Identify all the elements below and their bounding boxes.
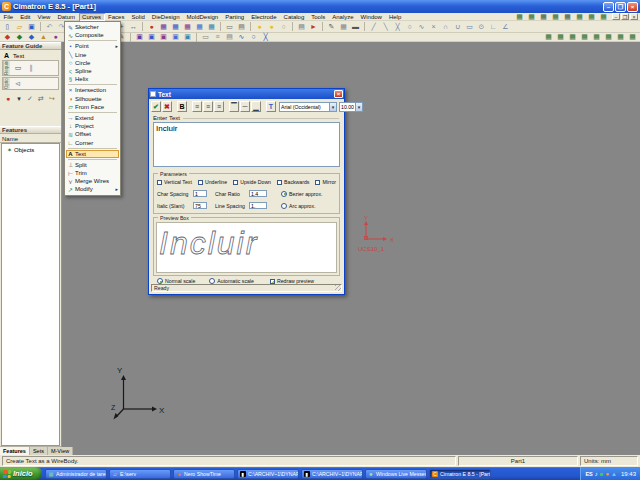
radio-arc-approx[interactable]: Arc approx.	[281, 203, 316, 209]
orange-app-icon[interactable]: ●	[605, 471, 609, 477]
window-icon[interactable]: ▣	[170, 32, 181, 42]
dialog-titlebar[interactable]: Text ×	[149, 89, 344, 99]
taskbar-button-nero-showtime[interactable]: ●Nero ShowTime	[173, 469, 235, 479]
shaded-view-icon[interactable]: ●	[146, 22, 157, 32]
arc-tool-icon[interactable]: ∩	[440, 22, 451, 32]
tool-icon[interactable]: ╳	[260, 32, 271, 42]
menu-analyze[interactable]: Analyze	[329, 13, 357, 21]
valign-middle-icon[interactable]: ─	[240, 101, 250, 112]
toolbar-icon[interactable]: ▦	[586, 12, 597, 22]
toolbar-icon[interactable]: ▦	[514, 12, 525, 22]
toolbar-icon[interactable]: ▦	[627, 32, 638, 42]
font-size-select[interactable]: 10.00 ▾	[339, 102, 363, 112]
hatch-icon[interactable]: ∥	[26, 63, 36, 73]
toolbar-icon[interactable]: ▦	[598, 12, 609, 22]
font-icon[interactable]: T	[266, 101, 276, 112]
view-icon[interactable]: ▦	[158, 22, 169, 32]
menu-file[interactable]: File	[0, 13, 17, 21]
menu-solid[interactable]: Solid	[128, 13, 148, 21]
light-off-icon[interactable]: ○	[278, 22, 289, 32]
menu-item-modify[interactable]: ↗Modify▸	[66, 185, 119, 193]
toolbar-icon[interactable]: ▦	[538, 12, 549, 22]
minimize-icon[interactable]: –	[603, 2, 614, 12]
speaker-icon[interactable]: ♪	[595, 471, 598, 477]
render-icon[interactable]: ▤	[296, 22, 307, 32]
curve-tool-icon[interactable]: ∿	[416, 22, 427, 32]
view-icon[interactable]: ▦	[170, 22, 181, 32]
undo-icon[interactable]: ↶	[44, 22, 55, 32]
menu-molddesign[interactable]: MoldDesign	[183, 13, 222, 21]
doc-minimize-icon[interactable]: –	[612, 13, 620, 20]
direction-icon[interactable]: ⊲	[13, 79, 23, 89]
menu-curves[interactable]: Curves	[79, 13, 105, 21]
feature-icon[interactable]: ◆	[14, 32, 25, 42]
ok-icon[interactable]: ✔	[151, 101, 161, 112]
menu-edit[interactable]: Edit	[17, 13, 34, 21]
zoom-fit-icon[interactable]: ↔	[128, 22, 139, 32]
taskbar-button-administrador-de-tare[interactable]: ▦Administrador de tare...	[45, 469, 107, 479]
valign-top-icon[interactable]: ▔	[229, 101, 239, 112]
tree-item-objects[interactable]: ✶ Objects	[2, 144, 59, 153]
valign-bottom-icon[interactable]: ▁	[251, 101, 261, 112]
feature-icon[interactable]: ●	[50, 32, 61, 42]
plane-icon[interactable]: ▭	[13, 63, 23, 73]
toolbar-icon[interactable]: ▦	[579, 32, 590, 42]
toolbar-icon[interactable]: ▦	[574, 12, 585, 22]
chevron-down-icon[interactable]: ▾	[329, 103, 336, 111]
line-spacing-input[interactable]	[249, 202, 267, 209]
corner-tool-icon[interactable]: ∟	[488, 22, 499, 32]
delete-tool-icon[interactable]: ×	[428, 22, 439, 32]
display-mode-icon[interactable]: ▤	[236, 22, 247, 32]
menu-item-sketcher[interactable]: ✎Sketcher	[66, 23, 119, 31]
angle-tool-icon[interactable]: ∠	[500, 22, 511, 32]
italic-slant-input[interactable]	[193, 202, 207, 209]
new-file-icon[interactable]: ▯	[2, 22, 13, 32]
menu-help[interactable]: Help	[385, 13, 404, 21]
toolbar-icon[interactable]: ▦	[603, 32, 614, 42]
arc-tool-icon[interactable]: ∪	[452, 22, 463, 32]
checkbox-mirror[interactable]: Mirror	[315, 179, 336, 185]
menu-item-point[interactable]: •Point▸	[66, 42, 119, 50]
taskbar-button-cimatron-e-8-5-part1[interactable]: CCimatron E 8.5 - [Part1]	[429, 469, 491, 479]
open-folder-icon[interactable]: ▱	[14, 22, 25, 32]
wireframe-icon[interactable]: ▭	[224, 22, 235, 32]
close-icon[interactable]: ×	[627, 2, 638, 12]
ok-action-icon[interactable]: ✓	[25, 94, 35, 104]
menu-catalog[interactable]: Catalog	[280, 13, 308, 21]
menu-item-circle[interactable]: ○Circle	[66, 59, 119, 67]
char-spacing-input[interactable]	[193, 190, 207, 197]
window-icon[interactable]: ▣	[146, 32, 157, 42]
save-icon[interactable]: ▣	[26, 22, 37, 32]
menu-item-helix[interactable]: §Helix	[66, 75, 119, 83]
light-on-icon[interactable]: ●	[266, 22, 277, 32]
start-button[interactable]: Inicio	[0, 467, 42, 480]
menu-datum[interactable]: Datum	[54, 13, 79, 21]
pen-icon[interactable]: ✎	[326, 22, 337, 32]
tool-icon[interactable]: ○	[248, 32, 259, 42]
view-icon[interactable]: ▦	[194, 22, 205, 32]
menu-item-silhouette[interactable]: ◑Silhouette	[66, 95, 119, 103]
menu-item-project[interactable]: ↓Project	[66, 122, 119, 130]
taskbar-button-c-archiv-1-dynaf[interactable]: ▮C:\ARCHIV~1\DYNAF...	[301, 469, 363, 479]
doc-restore-icon[interactable]: ❐	[621, 13, 629, 20]
window-icon[interactable]: ▣	[182, 32, 193, 42]
restore-icon[interactable]: ❐	[615, 2, 626, 12]
tool-icon[interactable]: ≡	[212, 32, 223, 42]
menu-item-from-face[interactable]: ▱From Face	[66, 103, 119, 111]
doc-close-icon[interactable]: ×	[630, 13, 638, 20]
menu-diedesign[interactable]: DieDesign	[148, 13, 183, 21]
menu-item-trim[interactable]: ⊢Trim	[66, 169, 119, 177]
menu-item-composite[interactable]: ∿Composite	[66, 31, 119, 39]
required-tab[interactable]: Required	[3, 61, 10, 75]
font-select[interactable]: Arial (Occidental) ▾	[279, 102, 337, 112]
window-icon[interactable]: ▣	[158, 32, 169, 42]
menu-item-split[interactable]: ⊥Split	[66, 161, 119, 169]
chevron-down-icon[interactable]: ▾	[14, 94, 24, 104]
bar-icon[interactable]: ▬	[350, 22, 361, 32]
green-app-icon[interactable]: ■	[600, 471, 604, 477]
toolbar-icon[interactable]: ▦	[615, 32, 626, 42]
feature-icon[interactable]: ◆	[26, 32, 37, 42]
tab-features[interactable]: Features	[0, 447, 30, 455]
feature-icon[interactable]: ▲	[38, 32, 49, 42]
swap-icon[interactable]: ⇄	[36, 94, 46, 104]
